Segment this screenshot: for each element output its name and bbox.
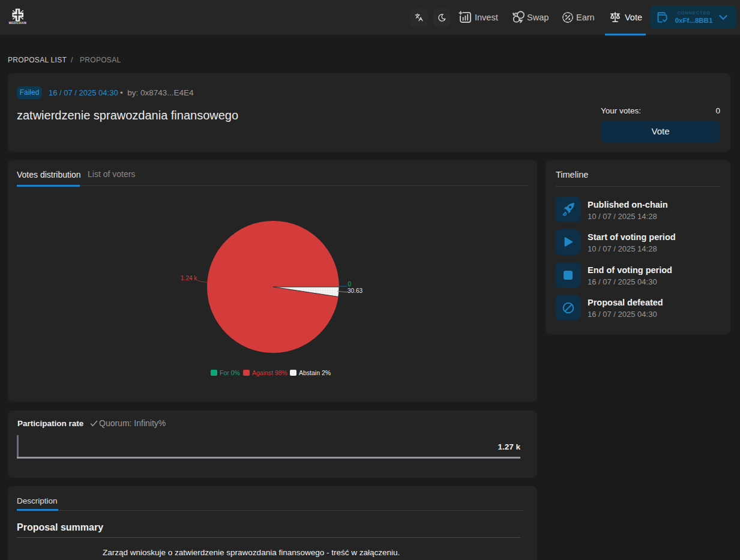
svg-text:1.24 k: 1.24 k [181, 275, 197, 282]
svg-text:MEDICHAIN: MEDICHAIN [9, 22, 27, 25]
svg-text:0: 0 [348, 281, 352, 288]
svg-text:30.63: 30.63 [347, 288, 362, 294]
